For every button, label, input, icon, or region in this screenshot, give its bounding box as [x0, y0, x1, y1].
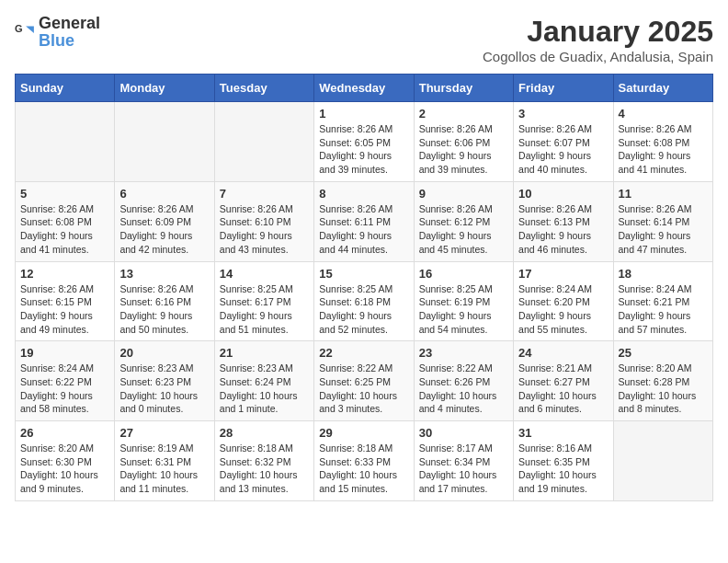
week-row-5: 26Sunrise: 8:20 AMSunset: 6:30 PMDayligh…	[16, 421, 713, 501]
day-number: 23	[419, 346, 508, 360]
day-info: Sunrise: 8:25 AMSunset: 6:19 PMDaylight:…	[419, 282, 508, 337]
day-cell	[214, 102, 313, 182]
day-info: Sunrise: 8:20 AMSunset: 6:30 PMDaylight:…	[20, 442, 109, 496]
day-cell: 14Sunrise: 8:25 AMSunset: 6:17 PMDayligh…	[214, 261, 313, 341]
day-cell: 2Sunrise: 8:26 AMSunset: 6:06 PMDaylight…	[414, 102, 513, 182]
day-cell: 6Sunrise: 8:26 AMSunset: 6:09 PMDaylight…	[115, 181, 214, 261]
day-info: Sunrise: 8:24 AMSunset: 6:21 PMDaylight:…	[619, 282, 708, 337]
day-info: Sunrise: 8:26 AMSunset: 6:07 PMDaylight:…	[518, 122, 608, 177]
day-number: 9	[419, 187, 508, 201]
day-number: 12	[20, 267, 109, 281]
day-cell: 29Sunrise: 8:18 AMSunset: 6:33 PMDayligh…	[314, 421, 414, 501]
day-cell: 17Sunrise: 8:24 AMSunset: 6:20 PMDayligh…	[514, 261, 613, 341]
day-info: Sunrise: 8:26 AMSunset: 6:11 PMDaylight:…	[319, 202, 408, 257]
day-number: 10	[518, 187, 608, 201]
day-number: 19	[20, 346, 109, 360]
day-cell: 22Sunrise: 8:22 AMSunset: 6:25 PMDayligh…	[314, 341, 414, 421]
day-info: Sunrise: 8:22 AMSunset: 6:25 PMDaylight:…	[319, 362, 408, 416]
day-number: 30	[419, 426, 508, 440]
weekday-header-tuesday: Tuesday	[214, 75, 313, 102]
weekday-header-sunday: Sunday	[16, 75, 115, 102]
day-cell: 1Sunrise: 8:26 AMSunset: 6:05 PMDaylight…	[314, 102, 414, 182]
day-info: Sunrise: 8:23 AMSunset: 6:23 PMDaylight:…	[119, 362, 209, 416]
day-info: Sunrise: 8:26 AMSunset: 6:10 PMDaylight:…	[220, 202, 309, 257]
week-row-2: 5Sunrise: 8:26 AMSunset: 6:08 PMDaylight…	[16, 181, 713, 261]
day-cell	[16, 102, 115, 182]
weekday-header-thursday: Thursday	[414, 75, 513, 102]
day-info: Sunrise: 8:24 AMSunset: 6:20 PMDaylight:…	[518, 282, 608, 337]
day-cell: 3Sunrise: 8:26 AMSunset: 6:07 PMDaylight…	[514, 102, 613, 182]
day-number: 18	[619, 267, 708, 281]
day-cell: 10Sunrise: 8:26 AMSunset: 6:13 PMDayligh…	[514, 181, 613, 261]
day-info: Sunrise: 8:19 AMSunset: 6:31 PMDaylight:…	[119, 442, 209, 496]
day-info: Sunrise: 8:16 AMSunset: 6:35 PMDaylight:…	[518, 442, 608, 496]
day-info: Sunrise: 8:18 AMSunset: 6:32 PMDaylight:…	[220, 442, 309, 496]
day-info: Sunrise: 8:26 AMSunset: 6:08 PMDaylight:…	[20, 202, 109, 257]
logo-icon: G	[15, 22, 35, 42]
day-cell: 15Sunrise: 8:25 AMSunset: 6:18 PMDayligh…	[314, 261, 414, 341]
day-info: Sunrise: 8:18 AMSunset: 6:33 PMDaylight:…	[319, 442, 408, 496]
weekday-header-saturday: Saturday	[613, 75, 712, 102]
day-info: Sunrise: 8:24 AMSunset: 6:22 PMDaylight:…	[20, 362, 109, 416]
day-info: Sunrise: 8:26 AMSunset: 6:14 PMDaylight:…	[619, 202, 708, 257]
day-cell: 7Sunrise: 8:26 AMSunset: 6:10 PMDaylight…	[214, 181, 313, 261]
logo-general: General	[39, 15, 100, 32]
day-number: 28	[220, 426, 309, 440]
day-number: 31	[518, 426, 608, 440]
day-cell: 26Sunrise: 8:20 AMSunset: 6:30 PMDayligh…	[16, 421, 115, 501]
day-info: Sunrise: 8:23 AMSunset: 6:24 PMDaylight:…	[220, 362, 309, 416]
day-number: 5	[20, 187, 109, 201]
day-number: 6	[119, 187, 209, 201]
day-cell	[115, 102, 214, 182]
day-number: 20	[119, 346, 209, 360]
day-number: 26	[20, 426, 109, 440]
day-cell: 25Sunrise: 8:20 AMSunset: 6:28 PMDayligh…	[613, 341, 712, 421]
day-number: 1	[319, 107, 408, 121]
day-number: 4	[619, 107, 708, 121]
day-info: Sunrise: 8:17 AMSunset: 6:34 PMDaylight:…	[419, 442, 508, 496]
day-cell: 28Sunrise: 8:18 AMSunset: 6:32 PMDayligh…	[214, 421, 313, 501]
day-info: Sunrise: 8:26 AMSunset: 6:16 PMDaylight:…	[119, 282, 209, 337]
day-info: Sunrise: 8:26 AMSunset: 6:08 PMDaylight:…	[619, 122, 708, 177]
day-cell: 27Sunrise: 8:19 AMSunset: 6:31 PMDayligh…	[115, 421, 214, 501]
day-cell: 13Sunrise: 8:26 AMSunset: 6:16 PMDayligh…	[115, 261, 214, 341]
day-number: 13	[119, 267, 209, 281]
day-info: Sunrise: 8:26 AMSunset: 6:09 PMDaylight:…	[119, 202, 209, 257]
calendar: SundayMondayTuesdayWednesdayThursdayFrid…	[15, 74, 713, 501]
day-cell: 19Sunrise: 8:24 AMSunset: 6:22 PMDayligh…	[16, 341, 115, 421]
day-info: Sunrise: 8:20 AMSunset: 6:28 PMDaylight:…	[619, 362, 708, 416]
day-info: Sunrise: 8:26 AMSunset: 6:12 PMDaylight:…	[419, 202, 508, 257]
title-area: January 2025 Cogollos de Guadix, Andalus…	[483, 15, 713, 64]
day-number: 21	[220, 346, 309, 360]
day-cell: 4Sunrise: 8:26 AMSunset: 6:08 PMDaylight…	[613, 102, 712, 182]
weekday-header-friday: Friday	[514, 75, 613, 102]
day-cell	[613, 421, 712, 501]
week-row-1: 1Sunrise: 8:26 AMSunset: 6:05 PMDaylight…	[16, 102, 713, 182]
weekday-header-row: SundayMondayTuesdayWednesdayThursdayFrid…	[16, 75, 713, 102]
logo: G General Blue	[15, 15, 100, 50]
day-cell: 21Sunrise: 8:23 AMSunset: 6:24 PMDayligh…	[214, 341, 313, 421]
week-row-4: 19Sunrise: 8:24 AMSunset: 6:22 PMDayligh…	[16, 341, 713, 421]
day-number: 15	[319, 267, 408, 281]
day-cell: 8Sunrise: 8:26 AMSunset: 6:11 PMDaylight…	[314, 181, 414, 261]
day-number: 8	[319, 187, 408, 201]
location-title: Cogollos de Guadix, Andalusia, Spain	[483, 49, 713, 64]
day-cell: 23Sunrise: 8:22 AMSunset: 6:26 PMDayligh…	[414, 341, 513, 421]
day-info: Sunrise: 8:25 AMSunset: 6:17 PMDaylight:…	[220, 282, 309, 337]
day-number: 2	[419, 107, 508, 121]
svg-text:G: G	[15, 23, 23, 34]
header: G General Blue January 2025 Cogollos de …	[15, 15, 713, 64]
day-number: 25	[619, 346, 708, 360]
day-number: 22	[319, 346, 408, 360]
day-number: 17	[518, 267, 608, 281]
day-number: 7	[220, 187, 309, 201]
day-number: 16	[419, 267, 508, 281]
svg-marker-1	[26, 26, 34, 33]
month-title: January 2025	[483, 15, 713, 49]
day-cell: 9Sunrise: 8:26 AMSunset: 6:12 PMDaylight…	[414, 181, 513, 261]
day-number: 3	[518, 107, 608, 121]
day-cell: 31Sunrise: 8:16 AMSunset: 6:35 PMDayligh…	[514, 421, 613, 501]
day-cell: 12Sunrise: 8:26 AMSunset: 6:15 PMDayligh…	[16, 261, 115, 341]
day-info: Sunrise: 8:26 AMSunset: 6:06 PMDaylight:…	[419, 122, 508, 177]
day-number: 24	[518, 346, 608, 360]
